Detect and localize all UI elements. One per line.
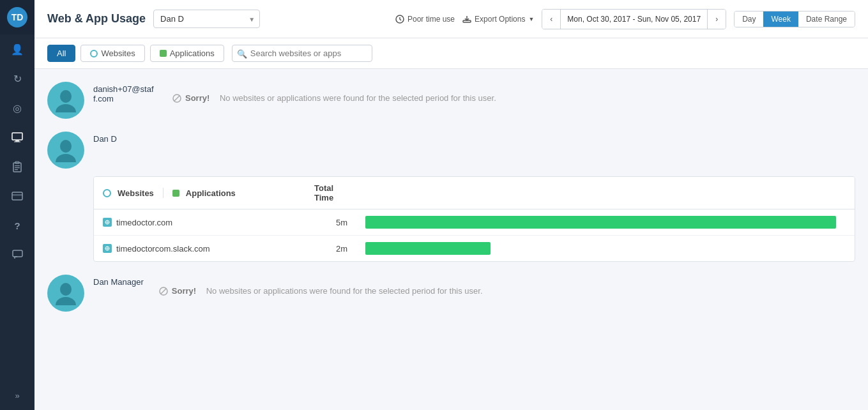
view-daterange-button[interactable]: Date Range [798,11,855,27]
sidebar-item-clipboard[interactable] [0,152,34,181]
download-icon [462,15,471,24]
filter-applications-button[interactable]: Applications [150,45,224,62]
col-sites-header: Websites Applications [94,177,305,209]
sidebar-item-people[interactable]: 👤 [0,34,34,64]
svg-rect-9 [12,194,22,196]
ban-icon-1 [172,94,181,103]
bar-cell [356,236,855,262]
sidebar-item-target[interactable]: ◎ [0,93,34,123]
search-input[interactable] [232,45,372,62]
poor-time-label: Poor time use [407,15,455,24]
table-row: timedoctor.com 5m [94,209,855,236]
svg-rect-1 [15,140,19,142]
sidebar-item-card[interactable] [0,181,34,211]
sorry-bold-1: Sorry! [185,93,209,103]
col-websites-label: Websites [118,188,154,198]
user-section-3: Dan Manager Sorry! No websites or applic… [47,275,855,312]
svg-point-26 [56,297,76,305]
app-icon [160,50,167,57]
sorry-detail-3: No websites or applications were found f… [206,286,483,296]
sidebar-item-monitor[interactable] [0,123,34,152]
logo-circle: TD [7,7,27,27]
user-section-1: danish+07@staff.com Sorry! No websites o… [47,82,855,119]
svg-line-16 [174,96,179,101]
site-name: timedoctorcom.slack.com [116,244,210,254]
svg-rect-7 [15,169,18,170]
user-select[interactable]: Dan D Dan Manager danish+07@staff.com [153,10,260,28]
clock-icon [395,15,404,24]
sidebar-item-help[interactable]: ? [0,211,34,240]
avatar-3 [47,275,84,312]
bar-cell [356,209,855,236]
svg-rect-10 [13,250,22,257]
user-select-wrap: Dan D Dan Manager danish+07@staff.com ▼ [153,10,260,28]
user-name-3: Dan Manager [93,275,144,287]
bar-track [365,216,846,229]
data-table-wrap: Websites Applications Total Time [93,176,855,262]
time-cell: 2m [305,236,356,262]
sorry-detail-1: No websites or applications were found f… [220,93,496,103]
svg-point-25 [60,283,72,296]
date-range-text: Mon, Oct 30, 2017 - Sun, Nov 05, 2017 [560,10,708,29]
svg-rect-2 [14,142,20,142]
search-wrap: 🔍 [232,45,372,62]
bar-fill [365,216,836,229]
table-row: timedoctorcom.slack.com 2m [94,236,855,262]
th-divider [163,188,164,198]
export-chevron-icon: ▼ [528,16,534,22]
globe-th-icon [103,189,111,197]
filter-websites-button[interactable]: Websites [80,45,144,62]
user-header-1: danish+07@staff.com Sorry! No websites o… [47,82,855,119]
site-favicon [103,218,112,227]
svg-point-13 [60,90,72,103]
sidebar-expand[interactable]: » [0,381,34,410]
avatar-2 [47,132,84,169]
export-button[interactable]: Export Options ▼ [462,15,534,24]
site-name: timedoctor.com [116,218,172,227]
filter-websites-label: Websites [101,49,135,58]
svg-rect-6 [15,167,20,168]
date-next-button[interactable]: › [708,10,726,29]
site-cell: timedoctorcom.slack.com [94,236,305,262]
sidebar-item-chat[interactable] [0,240,34,270]
sidebar-logo: TD [0,0,34,34]
svg-point-17 [60,140,72,153]
sorry-message-1: Sorry! No websites or applications were … [172,93,496,103]
view-week-button[interactable]: Week [763,11,798,27]
svg-line-28 [161,289,166,294]
filter-applications-label: Applications [170,49,215,58]
globe-icon [90,50,98,57]
bar-fill [365,242,491,255]
filter-bar: All Websites Applications 🔍 [34,38,868,69]
ban-icon-3 [159,287,168,296]
header: Web & App Usage Dan D Dan Manager danish… [34,0,868,38]
user-name-1: danish+07@staff.com [93,82,157,103]
date-navigator: ‹ Mon, Oct 30, 2017 - Sun, Nov 05, 2017 … [542,9,726,29]
sorry-message-3: Sorry! No websites or applications were … [159,286,483,296]
col-apps-label: Applications [186,188,236,198]
app-th-icon [172,190,179,197]
user-section-2: Dan D Websites Appl [47,132,855,262]
svg-rect-0 [12,133,22,140]
time-cell: 5m [305,209,356,236]
content-area: danish+07@staff.com Sorry! No websites o… [34,69,868,410]
svg-rect-5 [15,165,20,166]
site-favicon [103,244,112,253]
poor-time-button[interactable]: Poor time use [395,15,455,24]
data-table: Websites Applications Total Time [94,177,855,261]
bar-track [365,242,846,255]
svg-rect-8 [12,192,22,200]
view-day-button[interactable]: Day [735,11,763,27]
view-toggle: Day Week Date Range [734,11,855,27]
svg-point-18 [56,154,76,162]
date-prev-button[interactable]: ‹ [542,10,560,29]
main-content: Web & App Usage Dan D Dan Manager danish… [34,0,868,410]
sidebar-item-refresh[interactable]: ↻ [0,64,34,93]
sidebar: TD 👤 ↻ ◎ ? » [0,0,34,410]
filter-all-button[interactable]: All [47,45,75,62]
sorry-bold-3: Sorry! [172,286,196,296]
site-cell: timedoctor.com [94,209,305,236]
col-time-header: Total Time [305,177,356,209]
avatar-1 [47,82,84,119]
user-name-2: Dan D [93,132,117,144]
